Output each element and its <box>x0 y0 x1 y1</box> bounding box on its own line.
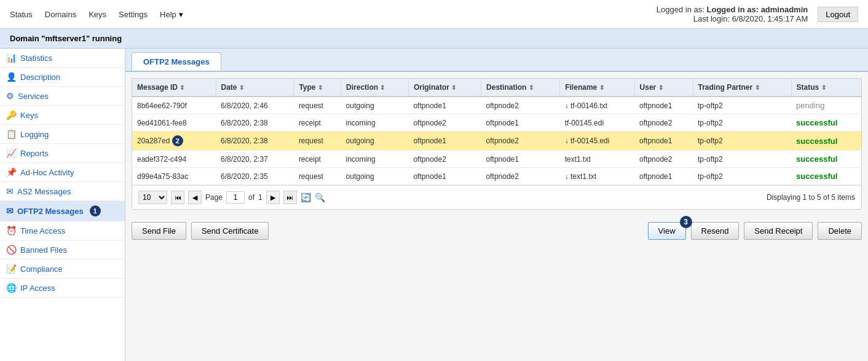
last-page-button[interactable]: ⏭ <box>283 191 297 204</box>
col-message-id[interactable]: Message ID ⇕ <box>132 79 216 97</box>
col-originator[interactable]: Originator ⇕ <box>408 79 481 97</box>
search-button[interactable]: 🔍 <box>315 192 325 202</box>
sidebar-item-keys[interactable]: 🔑 Keys <box>0 106 125 125</box>
nav-settings[interactable]: Settings <box>119 10 148 19</box>
adhoc-icon: 📌 <box>6 167 17 177</box>
col-date[interactable]: Date ⇕ <box>216 79 294 97</box>
domain-bar: Domain "mftserver1" running <box>0 29 868 49</box>
right-actions: View 3 Resend Send Receipt Delete <box>648 222 862 240</box>
first-page-button[interactable]: ⏮ <box>171 191 184 204</box>
send-certificate-button[interactable]: Send Certificate <box>191 222 269 240</box>
sidebar-label-reports: Reports <box>20 149 49 158</box>
cell-date: 6/8/2020, 2:35 <box>216 168 294 185</box>
send-receipt-button[interactable]: Send Receipt <box>744 222 813 240</box>
col-status[interactable]: Status ⇕ <box>791 79 861 97</box>
nav-links: Status Domains Keys Settings Help ▾ <box>10 10 183 19</box>
refresh-button[interactable]: 🔄 <box>301 192 311 202</box>
oftp2-tab[interactable]: OFTP2 Messages <box>132 52 221 71</box>
sidebar-item-bannedfiles[interactable]: 🚫 Banned Files <box>0 240 125 260</box>
cell-direction: incoming <box>341 151 409 168</box>
cell-direction: outgoing <box>341 168 409 185</box>
cell-type: receipt <box>294 114 341 132</box>
description-icon: 👤 <box>6 72 17 82</box>
cell-originator: oftpnode2 <box>408 114 481 132</box>
cell-filename: ↓ text1.txt <box>560 168 634 185</box>
login-area: Logged in as: Logged in as: adminadmin L… <box>657 5 858 23</box>
cell-date: 6/8/2020, 2:38 <box>216 114 294 132</box>
per-page-select[interactable]: 102550100 <box>138 191 167 204</box>
cell-date: 6/8/2020, 2:37 <box>216 151 294 168</box>
cell-user: oftpnode1 <box>634 132 693 151</box>
cell-filename: tf-00145.edi <box>560 114 634 132</box>
sidebar-item-compliance[interactable]: 📝 Compliance <box>0 260 125 279</box>
cell-type: request <box>294 97 341 114</box>
table-row[interactable]: 8b64ee62-790f6/8/2020, 2:46requestoutgoi… <box>132 97 861 114</box>
sidebar-label-keys: Keys <box>20 111 38 120</box>
cell-type: request <box>294 132 341 151</box>
col-trading-partner[interactable]: Trading Partner ⇕ <box>693 79 791 97</box>
prev-page-button[interactable]: ◀ <box>188 191 202 204</box>
nav-domains[interactable]: Domains <box>45 10 76 19</box>
logout-button[interactable]: Logout <box>818 7 858 22</box>
sidebar-item-as2[interactable]: ✉ AS2 Messages <box>0 182 125 201</box>
cell-trading-partner: tp-oftp2 <box>693 114 791 132</box>
cell-message-id: d99e4a75-83ac <box>132 168 216 185</box>
cell-trading-partner: tp-oftp2 <box>693 151 791 168</box>
sidebar-item-ipaccess[interactable]: 🌐 IP Access <box>0 279 125 298</box>
col-user[interactable]: User ⇕ <box>634 79 693 97</box>
keys-icon: 🔑 <box>6 110 17 120</box>
table-row[interactable]: eadef372-c4946/8/2020, 2:37receiptincomi… <box>132 151 861 168</box>
cell-message-id: eadef372-c494 <box>132 151 216 168</box>
nav-help[interactable]: Help <box>160 10 176 19</box>
table-row[interactable]: d99e4a75-83ac6/8/2020, 2:35requestoutgoi… <box>132 168 861 185</box>
col-direction[interactable]: Direction ⇕ <box>341 79 409 97</box>
cell-destination: oftpnode2 <box>481 97 560 114</box>
col-type[interactable]: Type ⇕ <box>294 79 341 97</box>
next-page-button[interactable]: ▶ <box>266 191 280 204</box>
display-count: Displaying 1 to 5 of 5 items <box>767 193 855 202</box>
sidebar-item-description[interactable]: 👤 Description <box>0 68 125 87</box>
cell-originator: oftpnode2 <box>408 151 481 168</box>
resend-button[interactable]: Resend <box>691 222 740 240</box>
table-row[interactable]: 20a287ed 26/8/2020, 2:38requestoutgoingo… <box>132 132 861 151</box>
sidebar-label-compliance: Compliance <box>20 264 63 274</box>
statistics-icon: 📊 <box>6 53 17 63</box>
cell-date: 6/8/2020, 2:38 <box>216 132 294 151</box>
cell-trading-partner: tp-oftp2 <box>693 132 791 151</box>
send-file-button[interactable]: Send File <box>132 222 186 240</box>
logging-icon: 📋 <box>6 129 17 139</box>
sidebar-item-reports[interactable]: 📈 Reports <box>0 144 125 163</box>
tab-bar: OFTP2 Messages <box>125 49 868 72</box>
sidebar-label-description: Description <box>20 73 60 82</box>
sidebar-item-statistics[interactable]: 📊 Statistics <box>0 49 125 68</box>
sidebar-item-timeaccess[interactable]: ⏰ Time Access <box>0 221 125 240</box>
step-3-badge: 3 <box>680 216 692 228</box>
login-info: Logged in as: Logged in as: adminadmin L… <box>657 5 808 23</box>
delete-button[interactable]: Delete <box>818 222 862 240</box>
sidebar-item-adhoc[interactable]: 📌 Ad-Hoc Activity <box>0 163 125 182</box>
help-dropdown-icon: ▾ <box>179 10 183 19</box>
cell-user: oftpnode2 <box>634 114 693 132</box>
cell-status: successful <box>791 114 861 132</box>
total-pages: 1 <box>258 193 262 202</box>
col-filename[interactable]: Filename ⇕ <box>560 79 634 97</box>
table-row[interactable]: 9ed41061-fee86/8/2020, 2:38receiptincomi… <box>132 114 861 132</box>
nav-keys[interactable]: Keys <box>89 10 106 19</box>
timeaccess-icon: ⏰ <box>6 226 17 236</box>
sidebar-item-services[interactable]: ⚙ Services <box>0 87 125 106</box>
sidebar-badge-oftp2: 1 <box>90 205 101 216</box>
action-bar: Send File Send Certificate View 3 Resend… <box>125 216 868 246</box>
sidebar-item-oftp2[interactable]: ✉ OFTP2 Messages 1 <box>0 201 125 221</box>
col-destination[interactable]: Destination ⇕ <box>481 79 560 97</box>
cell-direction: incoming <box>341 114 409 132</box>
as2-icon: ✉ <box>6 186 14 196</box>
page-input[interactable] <box>226 191 245 204</box>
sidebar-label-ipaccess: IP Access <box>20 284 55 293</box>
sidebar-item-logging[interactable]: 📋 Logging <box>0 125 125 144</box>
cell-filename: ↓ tf-00145.edi <box>560 132 634 151</box>
cell-message-id: 9ed41061-fee8 <box>132 114 216 132</box>
sidebar-label-adhoc: Ad-Hoc Activity <box>20 168 74 177</box>
sidebar-label-timeaccess: Time Access <box>20 226 65 236</box>
cell-originator: oftpnode1 <box>408 97 481 114</box>
nav-status[interactable]: Status <box>10 10 33 19</box>
